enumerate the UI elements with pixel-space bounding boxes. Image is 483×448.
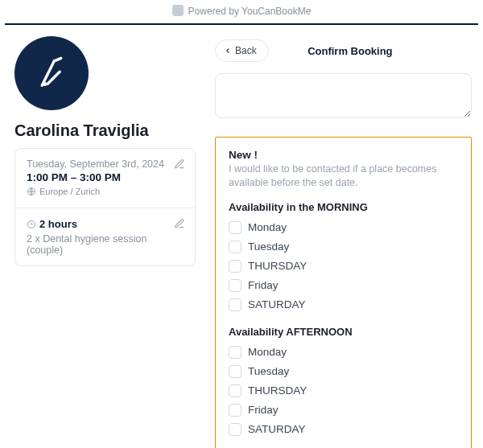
summary-service-text: 2 x Dental hygiene session (couple) xyxy=(27,233,184,256)
day-label: Friday xyxy=(248,404,279,416)
back-label: Back xyxy=(235,45,257,56)
morning-tuesday-row[interactable]: Tuesday xyxy=(229,237,458,257)
day-label: SATURDAY xyxy=(248,298,306,310)
powered-by-bar: Powered by YouCanBookMe xyxy=(0,0,483,23)
checkbox[interactable] xyxy=(229,404,242,417)
availability-box: New ! I would like to be contacted if a … xyxy=(215,137,472,448)
checkbox[interactable] xyxy=(229,423,242,436)
new-label: New ! xyxy=(229,149,458,161)
booking-summary-panel: Tuesday, September 3rd, 2024 1:00 PM – 3… xyxy=(14,148,196,266)
checkbox[interactable] xyxy=(229,384,242,397)
day-label: SATURDAY xyxy=(248,423,306,435)
day-label: Monday xyxy=(248,221,287,233)
checkbox[interactable] xyxy=(229,279,242,292)
day-label: Tuesday xyxy=(248,365,289,377)
afternoon-title: Availability AFTERNOON xyxy=(229,326,458,338)
afternoon-tuesday-row[interactable]: Tuesday xyxy=(229,362,458,381)
day-label: Monday xyxy=(248,346,287,358)
clock-icon xyxy=(27,220,36,232)
right-column: Back Confirm Booking New ! I would like … xyxy=(215,36,472,448)
svg-point-0 xyxy=(43,82,47,86)
summary-service: 2 hours 2 x Dental hygiene session (coup… xyxy=(15,208,195,265)
back-button[interactable]: Back xyxy=(215,39,269,62)
chevron-left-icon xyxy=(224,47,232,55)
avatar xyxy=(14,36,89,110)
edit-service-icon[interactable] xyxy=(174,218,185,232)
topbar: Back Confirm Booking xyxy=(215,36,472,62)
summary-time: 1:00 PM – 3:00 PM xyxy=(27,171,184,183)
checkbox[interactable] xyxy=(229,240,242,253)
morning-friday-row[interactable]: Friday xyxy=(229,276,458,295)
provider-name: Carolina Traviglia xyxy=(14,121,196,140)
checkbox[interactable] xyxy=(229,365,242,378)
morning-title: Availability in the MORNING xyxy=(229,201,458,213)
checkbox[interactable] xyxy=(229,346,242,359)
new-description: I would like to be contacted if a place … xyxy=(229,162,458,190)
page-title: Confirm Booking xyxy=(269,45,431,57)
summary-duration: 2 hours xyxy=(39,218,77,230)
summary-datetime: Tuesday, September 3rd, 2024 1:00 PM – 3… xyxy=(15,149,195,208)
checkbox[interactable] xyxy=(229,298,242,311)
afternoon-saturday-row[interactable]: SATURDAY xyxy=(229,420,458,439)
notes-textarea[interactable] xyxy=(215,73,472,118)
tooth-tools-icon xyxy=(30,51,73,95)
day-label: Tuesday xyxy=(248,240,289,253)
checkbox[interactable] xyxy=(229,260,242,273)
morning-thursday-row[interactable]: THURSDAY xyxy=(229,257,458,276)
afternoon-friday-row[interactable]: Friday xyxy=(229,401,458,420)
globe-icon xyxy=(27,187,36,198)
logo-icon xyxy=(172,5,184,16)
day-label: THURSDAY xyxy=(248,260,307,272)
day-label: THURSDAY xyxy=(248,384,307,397)
afternoon-monday-row[interactable]: Monday xyxy=(229,343,458,362)
left-column: Carolina Traviglia Tuesday, September 3r… xyxy=(14,36,196,448)
afternoon-thursday-row[interactable]: THURSDAY xyxy=(229,381,458,401)
summary-timezone: Europe / Zurich xyxy=(39,187,100,196)
summary-date: Tuesday, September 3rd, 2024 xyxy=(27,158,184,170)
morning-monday-row[interactable]: Monday xyxy=(229,218,458,237)
day-label: Friday xyxy=(248,279,279,291)
morning-saturday-row[interactable]: SATURDAY xyxy=(229,295,458,314)
powered-by-text: Powered by YouCanBookMe xyxy=(188,6,312,17)
top-divider xyxy=(5,23,478,25)
checkbox[interactable] xyxy=(229,221,242,234)
edit-datetime-icon[interactable] xyxy=(174,158,185,172)
